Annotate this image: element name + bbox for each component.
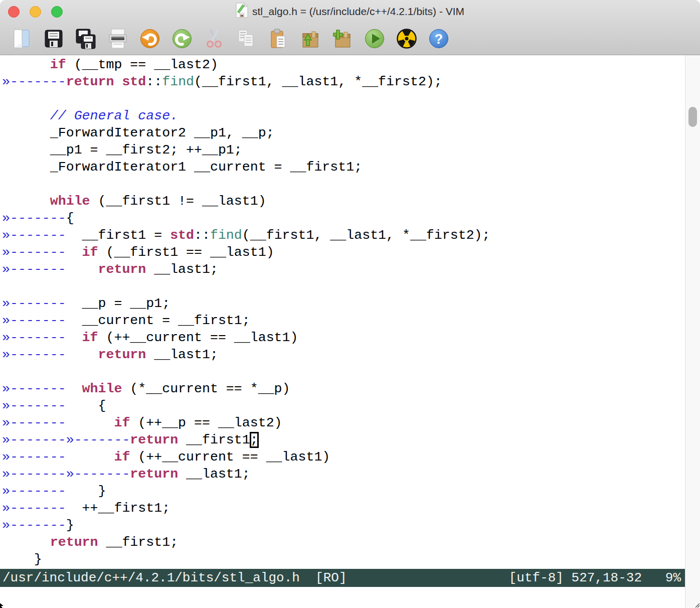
code-line[interactable]: »------- } [2, 483, 685, 500]
code-segment: find [162, 74, 194, 89]
title-area: H stl_algo.h = (/usr/include/c++/4.2.1/b… [236, 3, 464, 20]
code-line[interactable] [2, 176, 685, 193]
code-segment: } [2, 552, 42, 567]
code-line[interactable]: »------- if (++__current == __last1) [2, 329, 685, 346]
tab-marker: »------- [2, 398, 66, 413]
code-segment: :: [194, 228, 210, 243]
titlebar[interactable]: H stl_algo.h = (/usr/include/c++/4.2.1/b… [0, 0, 700, 23]
load-session-button[interactable] [299, 27, 321, 51]
code-line[interactable]: if (__tmp == __last2) [2, 56, 685, 73]
undo-button[interactable] [139, 27, 161, 51]
code-line[interactable]: »------- __p = __p1; [2, 295, 685, 312]
redo-button[interactable] [171, 27, 193, 51]
save-icon [43, 28, 65, 50]
code-segment: __p = __p1; [66, 296, 170, 311]
code-segment: find [210, 228, 242, 243]
zoom-button[interactable] [51, 6, 63, 18]
run-script-button[interactable] [364, 27, 386, 51]
open-file-icon [11, 28, 33, 50]
code-line[interactable] [2, 363, 685, 380]
code-segment: (__first1, __last1, *__first2); [242, 228, 490, 243]
tab-marker: »------- [2, 245, 66, 260]
redo-icon [171, 28, 193, 50]
code-line[interactable]: __p1 = __first2; ++__p1; [2, 141, 685, 159]
code-segment: if [50, 57, 66, 72]
tab-marker: »------- [2, 432, 66, 447]
print-icon [107, 28, 129, 50]
code-segment: return [50, 535, 98, 550]
code-line[interactable]: »-------return std::find(__first1, __las… [2, 73, 685, 90]
code-segment: ++__first1; [66, 501, 170, 516]
code-segment: if [114, 415, 130, 430]
paste-clipboard-icon [267, 28, 289, 50]
resize-grip[interactable] [694, 602, 699, 607]
tab-marker: »------- [66, 467, 130, 482]
code-lines[interactable]: if (__tmp == __last2)»-------return std:… [0, 55, 685, 569]
code-line[interactable]: »------- return __last1; [2, 261, 685, 278]
code-line[interactable]: »------- if (++__current == __last1) [2, 448, 685, 466]
code-line[interactable]: } [2, 551, 685, 568]
mouse-pointer-fragment [0, 600, 7, 608]
code-line[interactable]: »------- __first1 = std::find(__first1, … [2, 227, 685, 244]
code-line[interactable]: _ForwardIterator2 __p1, __p; [2, 124, 685, 141]
tab-marker: »------- [2, 501, 66, 516]
code-segment: if [82, 330, 98, 345]
code-line[interactable]: return __first1; [2, 534, 685, 551]
paste-button[interactable] [267, 27, 289, 51]
code-line[interactable]: »------- return __last1; [2, 346, 685, 363]
code-line[interactable]: »-------{ [2, 210, 685, 227]
document-proxy-icon[interactable]: H [236, 3, 248, 20]
command-line-area[interactable] [0, 587, 685, 608]
code-segment: return [98, 347, 146, 362]
minimize-button[interactable] [30, 6, 41, 18]
code-line[interactable]: »------- while (*__current == *__p) [2, 380, 685, 397]
copy-icon [235, 28, 257, 50]
code-line[interactable]: »-------»-------return __first1; [2, 431, 685, 448]
code-line[interactable]: // General case. [2, 107, 685, 124]
code-segment: __last1; [146, 262, 218, 277]
code-segment: { [66, 398, 106, 413]
tab-marker: »------- [2, 449, 66, 465]
code-line[interactable] [2, 278, 685, 295]
code-segment: _ForwardIterator1 __current = __first1; [2, 160, 362, 175]
close-button[interactable] [8, 6, 20, 18]
tab-marker: »------- [66, 432, 130, 447]
open-button[interactable] [11, 27, 33, 51]
code-segment: if [82, 245, 98, 260]
save-button[interactable] [43, 27, 65, 51]
code-segment: __last1; [146, 347, 218, 362]
tab-marker: »------- [2, 347, 66, 362]
code-line[interactable]: while (__first1 != __last1) [2, 193, 685, 210]
help-button[interactable]: ? [428, 27, 450, 51]
code-line[interactable]: _ForwardIterator1 __current = __first1; [2, 159, 685, 176]
code-segment: // General case. [50, 108, 178, 123]
code-segment: } [66, 484, 106, 499]
code-line[interactable]: »------- if (++__p == __last2) [2, 414, 685, 431]
vertical-scrollbar[interactable] [685, 55, 700, 608]
save-session-button[interactable] [331, 27, 354, 51]
cut-button[interactable] [203, 27, 225, 51]
code-line[interactable]: »-------»-------return __last1; [2, 466, 685, 483]
scrollbar-thumb[interactable] [688, 107, 697, 127]
code-segment: __current = __first1; [66, 313, 250, 328]
code-segment: { [66, 211, 74, 226]
code-segment: std [122, 74, 146, 89]
code-line[interactable]: »-------} [2, 517, 685, 534]
code-segment: return [130, 467, 178, 482]
code-line[interactable]: »------- __current = __first1; [2, 312, 685, 329]
code-segment: if [114, 449, 130, 465]
copy-button[interactable] [235, 27, 257, 51]
print-button[interactable] [107, 27, 129, 51]
code-line[interactable]: »------- { [2, 397, 685, 414]
code-segment: return [130, 432, 178, 447]
tab-marker: »------- [2, 74, 66, 89]
code-line[interactable] [2, 90, 685, 107]
code-segment: return [98, 262, 146, 277]
code-line[interactable]: »------- if (__first1 == __last1) [2, 244, 685, 261]
make-button[interactable] [396, 27, 418, 51]
code-segment: (++__p == __last2) [130, 415, 282, 430]
statusline-file: /usr/include/c++/4.2.1/bits/stl_algo.h [… [3, 569, 347, 587]
tab-marker: »------- [2, 313, 66, 328]
code-line[interactable]: »------- ++__first1; [2, 500, 685, 517]
save-all-button[interactable] [75, 27, 97, 51]
